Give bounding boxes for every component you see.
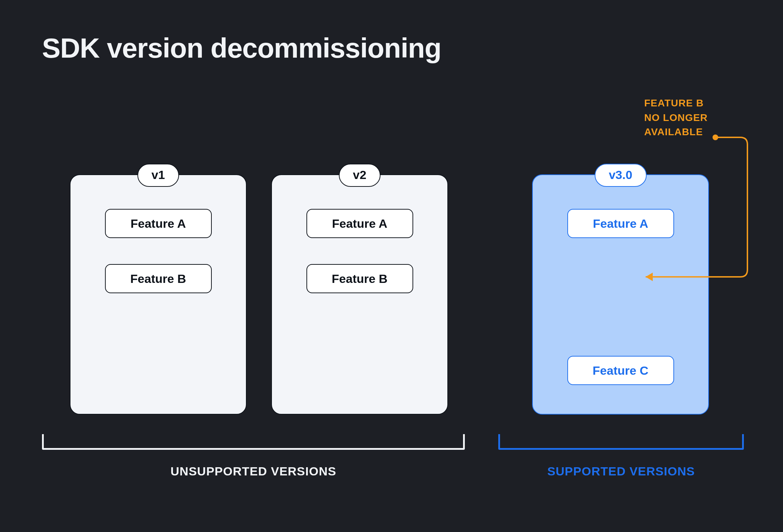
callout-line: NO LONGER xyxy=(644,111,708,125)
svg-point-0 xyxy=(713,135,718,140)
bracket-unsupported xyxy=(42,434,465,450)
diagram-title: SDK version decommissioning xyxy=(42,32,441,64)
bracket-label-supported: SUPPORTED VERSIONS xyxy=(498,464,744,478)
bracket-supported xyxy=(498,434,744,450)
version-pill-v3: v3.0 xyxy=(594,164,646,187)
callout-line: FEATURE B xyxy=(644,96,708,111)
feature-box: Feature B xyxy=(105,264,212,293)
version-card-v2: v2 Feature A Feature B xyxy=(271,174,448,415)
feature-box: Feature C xyxy=(567,356,674,385)
version-card-v1: v1 Feature A Feature B xyxy=(70,174,247,415)
feature-box: Feature A xyxy=(105,209,212,238)
version-pill-v2: v2 xyxy=(339,164,381,187)
feature-box: Feature A xyxy=(567,209,674,238)
version-card-v3: v3.0 Feature A Feature C xyxy=(532,174,709,415)
callout-feature-removed: FEATURE B NO LONGER AVAILABLE xyxy=(644,96,708,139)
callout-line: AVAILABLE xyxy=(644,125,708,139)
feature-box: Feature A xyxy=(306,209,413,238)
feature-box: Feature B xyxy=(306,264,413,293)
version-pill-v1: v1 xyxy=(137,164,179,187)
bracket-label-unsupported: UNSUPPORTED VERSIONS xyxy=(42,464,465,478)
